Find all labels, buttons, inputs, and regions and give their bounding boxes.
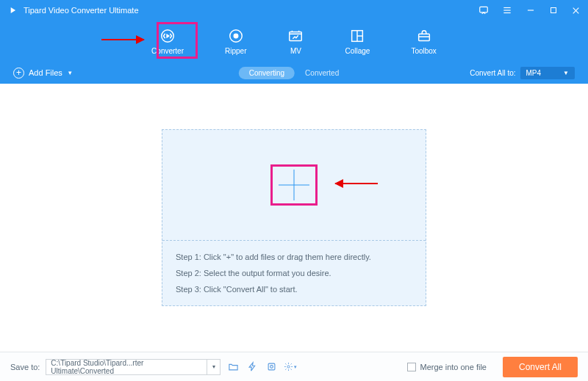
add-files-label: Add Files [29,68,62,77]
checkbox-icon [407,363,416,371]
menu-icon[interactable] [502,5,512,15]
nav-label: Collage [345,47,370,55]
titlebar: Tipard Video Converter Ultimate [0,0,588,21]
step-text: Step 3: Click "Convert All" to start. [176,285,412,294]
dropzone-steps: Step 1: Click "+" to add files or drag t… [162,240,426,305]
add-files-button[interactable]: + Add Files ▾ [13,68,72,79]
convert-all-to-label: Convert All to: [470,69,515,77]
save-to-label: Save to: [10,363,40,371]
chevron-down-icon: ▾ [68,69,72,76]
settings-icon[interactable]: ▾ [284,360,297,374]
svg-point-11 [234,34,238,38]
nav-collage[interactable]: Collage [339,25,376,58]
svg-rect-12 [290,32,302,40]
highlight-box-converter [157,22,198,59]
collage-icon [349,28,365,44]
nav-mv[interactable]: MV [282,25,309,58]
feedback-icon[interactable] [478,5,489,15]
svg-point-18 [270,366,273,369]
bottom-bar: Save to: C:\Tipard Studio\Tipard...rter … [0,352,588,381]
svg-point-19 [287,366,290,368]
merge-checkbox[interactable]: Merge into one file [407,363,487,371]
highlight-box-plus [270,164,318,206]
save-path-dropdown[interactable]: ▾ [207,359,220,375]
nav-label: MV [290,47,301,55]
close-button[interactable] [571,5,581,15]
status-tabs: Converting Converted [239,67,350,79]
dropzone[interactable]: Step 1: Click "+" to add files or drag t… [162,129,426,306]
svg-rect-16 [418,34,429,40]
window-controls [478,5,581,15]
svg-rect-5 [551,8,556,13]
convert-all-button[interactable]: Convert All [503,357,578,377]
ripper-icon [228,28,244,44]
add-files-plus-icon[interactable] [279,170,309,200]
svg-rect-17 [268,363,275,370]
svg-rect-0 [480,7,488,12]
format-value: MP4 [526,69,542,77]
mv-icon [287,28,304,44]
nav-toolbox[interactable]: Toolbox [405,25,442,58]
nav-label: Ripper [225,47,246,55]
plus-icon: + [13,68,24,79]
nav-ripper[interactable]: Ripper [219,25,252,58]
toolbar: + Add Files ▾ Converting Converted Conve… [0,62,588,84]
app-title: Tipard Video Converter Ultimate [24,6,478,15]
annotation-arrow-converter [101,39,144,40]
toolbox-icon [416,28,432,44]
output-format-select[interactable]: MP4 ▼ [520,67,575,79]
nav-label: Toolbox [411,47,436,55]
app-logo [7,5,18,15]
hardware-accel-icon[interactable] [245,360,259,374]
step-text: Step 2: Select the output format you des… [176,269,412,277]
step-text: Step 1: Click "+" to add files or drag t… [176,253,412,261]
merge-label: Merge into one file [420,363,487,371]
annotation-arrow-plus [335,183,378,184]
chevron-down-icon: ▼ [563,70,569,76]
maximize-button[interactable] [549,5,558,15]
dropzone-upper[interactable] [162,130,426,240]
minimize-button[interactable] [526,5,536,15]
tab-converted[interactable]: Converted [295,67,349,79]
main-area: Step 1: Click "+" to add files or drag t… [0,84,588,352]
open-folder-icon[interactable] [226,360,240,374]
tab-converting[interactable]: Converting [239,67,295,79]
save-path-field[interactable]: C:\Tipard Studio\Tipard...rter Ultimate\… [46,359,207,375]
convert-all-label: Convert All [519,362,562,372]
gpu-icon[interactable] [265,360,278,374]
main-nav: Converter Ripper MV Collage Toolbox [0,21,588,62]
